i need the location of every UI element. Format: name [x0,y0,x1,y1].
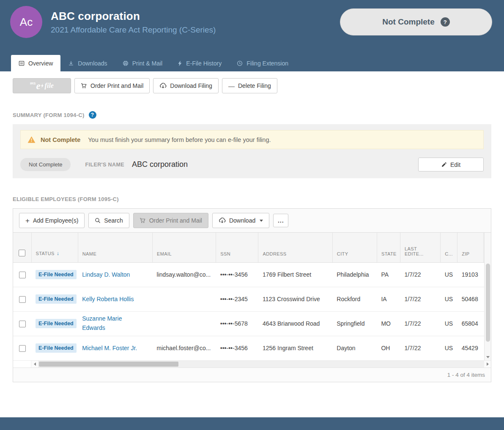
cloud-download-icon [159,83,167,89]
summary-status-pill: Not Complete [20,158,71,171]
more-options-button[interactable]: ... [273,214,288,227]
scrollbar-track[interactable] [38,361,484,367]
order-print-mail-employees-button[interactable]: Order Print and Mail [133,213,208,228]
email-cell [153,311,216,336]
status-badge: E-File Needed [36,294,77,304]
download-icon [68,60,74,66]
row-checkbox[interactable] [19,296,26,303]
irs-efile-logo-button[interactable]: IRS e file [13,78,71,93]
column-label: EMAIL [157,251,172,256]
download-filing-label: Download Filing [170,82,212,89]
column-header-address[interactable]: ADDRESS [258,233,332,262]
address-cell: 1123 Crosswind Drive [258,287,332,311]
last-edited-cell: 1/7/22 [400,287,441,311]
tab-label: Overview [28,60,53,67]
edit-button[interactable]: Edit [418,158,484,171]
download-dropdown-button[interactable]: Download [212,213,269,228]
search-button[interactable]: Search [88,213,129,228]
email-cell: michael.foster@co... [153,336,216,360]
search-label: Search [104,217,123,224]
column-label: NAME [82,251,96,256]
column-header-name[interactable]: NAME [78,233,152,262]
zip-cell: 19103 [457,262,484,287]
employee-name-link[interactable]: Suzanne Marie Edwards [82,314,129,332]
select-all-header [13,233,31,262]
warning-icon [27,136,36,143]
tab-filing-extension[interactable]: Filing Extension [229,55,296,71]
lightning-icon [178,60,182,66]
column-header-country[interactable]: C... [441,233,457,262]
summary-heading-text: SUMMARY (FORM 1094-C) [13,112,85,118]
employees-table-wrap: STATUS↓ NAME EMAIL SSN ADDRESS CITY STAT… [13,233,491,361]
checkbox-cell [13,336,31,360]
help-icon[interactable]: ? [441,17,450,27]
column-label: SSN [220,251,230,256]
employee-name-link[interactable]: Lindsay D. Walton [82,271,130,278]
clock-icon [237,60,243,66]
add-employees-button[interactable]: + Add Employee(s) [19,213,85,228]
download-filing-button[interactable]: Download Filing [153,78,219,93]
delete-filing-label: Delete Filing [238,82,271,89]
table-header-row: STATUS↓ NAME EMAIL SSN ADDRESS CITY STAT… [13,233,491,262]
pager-status: 1 - 4 of 4 items [13,368,491,382]
irs-efile-logo-irs: IRS [30,82,36,85]
row-checkbox[interactable] [19,345,26,352]
pencil-icon [441,162,447,167]
tab-efile-history[interactable]: E-File History [170,55,229,71]
tab-print-mail[interactable]: Print & Mail [115,55,170,71]
tab-label: Downloads [78,60,107,67]
printer-icon [123,60,129,66]
column-label: ADDRESS [263,251,286,256]
row-checkbox[interactable] [19,272,26,278]
column-header-email[interactable]: EMAIL [153,233,216,262]
order-print-mail-button[interactable]: Order Print and Mail [74,78,150,93]
status-badge: E-File Needed [36,343,77,353]
column-label: CITY [337,251,348,256]
search-icon [95,218,101,223]
select-all-checkbox[interactable] [19,250,25,256]
scroll-left-arrow[interactable] [31,361,38,367]
column-header-state[interactable]: STATE [377,233,400,262]
vertical-scrollbar-thumb[interactable] [486,264,490,342]
tab-overview[interactable]: Overview [11,55,60,71]
page-subtitle: 2021 Affordable Care Act Reporting (C-Se… [51,25,216,35]
employee-name-link[interactable]: Michael M. Foster Jr. [82,345,137,351]
status-badge: E-File Needed [36,270,77,279]
checkbox-cell [13,262,31,287]
state-cell: PA [377,262,400,287]
checkbox-cell [13,311,31,336]
vertical-scrollbar[interactable] [484,233,491,360]
document-icon [19,60,25,66]
address-cell: 1769 Filbert Street [258,262,332,287]
row-checkbox[interactable] [19,321,26,327]
employees-table: STATUS↓ NAME EMAIL SSN ADDRESS CITY STAT… [13,233,491,361]
cloud-download-icon [219,218,226,223]
column-header-city[interactable]: CITY [332,233,377,262]
column-label: STATUS [36,251,55,256]
column-header-status[interactable]: STATUS↓ [31,233,78,262]
tab-label: Filing Extension [247,60,288,67]
tab-downloads[interactable]: Downloads [60,55,115,71]
city-cell: Dayton [332,336,377,360]
zip-cell: 65804 [457,311,484,336]
column-header-last-edited[interactable]: LAST EDITE... [400,233,441,262]
cart-icon [140,218,146,223]
zip-cell: 50468 [457,287,484,311]
column-header-ssn[interactable]: SSN [216,233,258,262]
warning-message: You must finish your summary form before… [88,136,271,143]
column-label: C... [445,251,453,256]
delete-filing-button[interactable]: — Delete Filing [222,78,277,93]
scroll-down-arrow[interactable] [486,356,490,358]
ssn-cell: •••-••-5678 [216,311,258,336]
horizontal-scrollbar[interactable] [13,361,491,368]
column-header-zip[interactable]: ZIP [457,233,484,262]
filing-status-button[interactable]: Not Complete ? [340,8,492,35]
employee-name-link[interactable]: Kelly Roberta Hollis [82,296,134,302]
table-row: E-File Needed Michael M. Foster Jr. mich… [13,336,491,360]
irs-efile-logo-e: e [36,81,40,91]
help-icon[interactable]: ? [89,111,96,119]
last-edited-cell: 1/7/22 [400,336,441,360]
horizontal-scrollbar-thumb[interactable] [39,362,178,367]
summary-section-heading: SUMMARY (FORM 1094-C) ? [13,111,491,119]
scroll-right-arrow[interactable] [484,361,491,367]
